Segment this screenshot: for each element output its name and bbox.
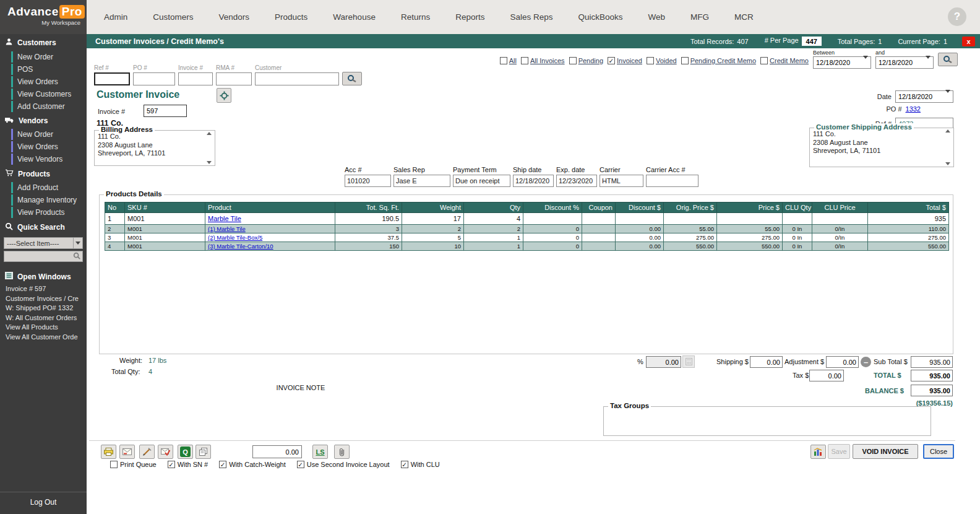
nav-item-reports[interactable]: Reports bbox=[455, 12, 484, 22]
sidebar-item-view-products[interactable]: View Products bbox=[0, 206, 87, 219]
filter-voided[interactable]: Voided bbox=[647, 57, 677, 64]
meta-input-exp-date[interactable] bbox=[556, 175, 597, 187]
meta-input-carrier-acc[interactable] bbox=[646, 175, 698, 187]
quickbooks-button[interactable]: Q bbox=[178, 445, 193, 459]
checkbox[interactable] bbox=[681, 57, 689, 64]
option-print-queue[interactable]: Print Queue bbox=[110, 461, 157, 468]
nav-item-mfg[interactable]: MFG bbox=[690, 12, 709, 22]
checkbox[interactable] bbox=[110, 461, 118, 468]
invoice-date-select[interactable]: 12/18/2020 bbox=[895, 90, 953, 103]
scroll-up-icon[interactable] bbox=[945, 129, 950, 133]
filter-link[interactable]: All bbox=[509, 57, 517, 64]
meta-input-carrier[interactable] bbox=[600, 175, 643, 187]
nav-item-warehouse[interactable]: Warehouse bbox=[333, 12, 376, 22]
nav-item-sales-reps[interactable]: Sales Reps bbox=[510, 12, 552, 22]
tax-input[interactable] bbox=[809, 370, 844, 381]
product-link[interactable]: Marble Tile bbox=[208, 215, 241, 222]
open-window-w-all-customer-orders[interactable]: W: All Customer Orders bbox=[0, 313, 87, 323]
checkbox[interactable]: ✓ bbox=[608, 57, 615, 64]
nav-item-customers[interactable]: Customers bbox=[153, 12, 193, 22]
minus-icon[interactable]: – bbox=[861, 357, 871, 367]
meta-input-payment-term[interactable] bbox=[453, 175, 510, 187]
date-from-select[interactable]: 12/18/2020 bbox=[813, 56, 871, 69]
product-link[interactable]: (3) Marble Tile-Carton/10 bbox=[208, 243, 273, 250]
filter-link[interactable]: Voided bbox=[656, 57, 677, 64]
percent-input[interactable] bbox=[646, 356, 681, 368]
date-to-select[interactable]: 12/18/2020 bbox=[875, 56, 934, 69]
checkbox[interactable]: ✓ bbox=[168, 461, 175, 468]
nav-item-quickbooks[interactable]: QuickBooks bbox=[578, 12, 623, 22]
nav-item-mcr[interactable]: MCR bbox=[734, 12, 754, 22]
filter-search-button[interactable] bbox=[938, 53, 958, 66]
sidebar-item-new-order[interactable]: New Order bbox=[0, 51, 87, 63]
meta-input-ship-date[interactable] bbox=[513, 175, 554, 187]
signature-button[interactable] bbox=[139, 445, 155, 459]
close-window-button[interactable]: x bbox=[962, 37, 975, 46]
open-window-view-all-products[interactable]: View All Products bbox=[0, 323, 87, 333]
search-input-customer[interactable] bbox=[255, 72, 339, 85]
adjustment-input[interactable] bbox=[826, 356, 859, 368]
checkbox[interactable] bbox=[500, 57, 507, 64]
search-input-invoice[interactable] bbox=[178, 72, 213, 85]
filter-link[interactable]: Pending bbox=[578, 57, 603, 64]
void-invoice-button[interactable]: VOID INVOICE bbox=[853, 444, 918, 459]
filter-pending-credit-memo[interactable]: Pending Credit Memo bbox=[681, 57, 756, 64]
nav-item-admin[interactable]: Admin bbox=[104, 12, 127, 22]
open-window-w-shipped-po-1332[interactable]: W: Shipped PO# 1332 bbox=[0, 303, 87, 313]
nav-item-web[interactable]: Web bbox=[648, 12, 666, 22]
product-link[interactable]: (2) Marble Tile-Box/5 bbox=[208, 234, 262, 241]
open-window-customer-invoices-cre[interactable]: Customer Invoices / Cre bbox=[0, 294, 87, 304]
misc-amount-input[interactable] bbox=[252, 445, 302, 458]
checkbox[interactable] bbox=[760, 57, 768, 64]
subtotal-input[interactable] bbox=[911, 356, 953, 368]
option-with-clu[interactable]: ✓With CLU bbox=[401, 461, 440, 468]
email-button[interactable] bbox=[119, 445, 135, 459]
checkbox[interactable]: ✓ bbox=[219, 461, 226, 468]
nav-item-returns[interactable]: Returns bbox=[401, 12, 430, 22]
checkbox[interactable]: ✓ bbox=[297, 461, 304, 468]
quick-search-select[interactable]: ----Select Item---- bbox=[4, 237, 83, 249]
sidebar-item-new-order[interactable]: New Order bbox=[0, 128, 87, 141]
sidebar-item-add-product[interactable]: Add Product bbox=[0, 181, 87, 194]
total-input[interactable] bbox=[911, 370, 953, 381]
chevron-down-icon[interactable] bbox=[73, 238, 82, 248]
print-button[interactable] bbox=[101, 445, 116, 459]
filter-pending[interactable]: Pending bbox=[569, 57, 603, 64]
save-button[interactable]: Save bbox=[828, 444, 850, 459]
ls-button[interactable]: LS bbox=[312, 445, 328, 459]
product-link[interactable]: (1) Marble Tile bbox=[208, 225, 246, 232]
duplicate-button[interactable] bbox=[196, 445, 211, 459]
meta-input-acc[interactable] bbox=[345, 175, 391, 187]
checkbox[interactable] bbox=[521, 57, 528, 64]
sidebar-item-add-customer[interactable]: Add Customer bbox=[0, 100, 87, 113]
meta-input-sales-rep[interactable] bbox=[393, 175, 450, 187]
filter-all-invoices[interactable]: All Invoices bbox=[521, 57, 565, 64]
per-page-input[interactable] bbox=[802, 37, 822, 46]
lookup-button[interactable] bbox=[342, 72, 362, 85]
balance-input[interactable] bbox=[911, 385, 953, 396]
checkbox[interactable]: ✓ bbox=[401, 461, 408, 468]
sidebar-section-products[interactable]: Products bbox=[0, 165, 87, 181]
help-icon[interactable]: ? bbox=[948, 7, 966, 26]
po-number-link[interactable]: 1332 bbox=[906, 105, 921, 113]
checkbox[interactable] bbox=[569, 57, 577, 64]
search-input-ref[interactable] bbox=[94, 72, 130, 85]
logout-button[interactable]: Log Out bbox=[0, 492, 87, 514]
search-input-rma[interactable] bbox=[216, 72, 252, 85]
sidebar-item-view-customers[interactable]: View Customers bbox=[0, 88, 87, 100]
close-button[interactable]: Close bbox=[923, 444, 954, 459]
sidebar-section-customers[interactable]: Customers bbox=[0, 34, 87, 51]
open-window-view-all-customer-orde[interactable]: View All Customer Orde bbox=[0, 333, 87, 342]
search-input-po[interactable] bbox=[133, 72, 175, 85]
filter-credit-memo[interactable]: Credit Memo bbox=[760, 57, 809, 64]
report-chart-button[interactable] bbox=[810, 445, 826, 459]
sidebar-item-view-orders[interactable]: View Orders bbox=[0, 141, 87, 153]
filter-link[interactable]: All Invoices bbox=[530, 57, 565, 64]
checkbox[interactable] bbox=[647, 57, 654, 64]
scroll-up-icon[interactable] bbox=[207, 132, 212, 135]
filter-link[interactable]: Credit Memo bbox=[770, 57, 809, 64]
invoice-number-input[interactable] bbox=[144, 105, 187, 117]
filter-all[interactable]: All bbox=[500, 57, 517, 64]
sidebar-item-manage-inventory[interactable]: Manage Inventory bbox=[0, 194, 87, 206]
attachment-button[interactable] bbox=[334, 445, 350, 459]
